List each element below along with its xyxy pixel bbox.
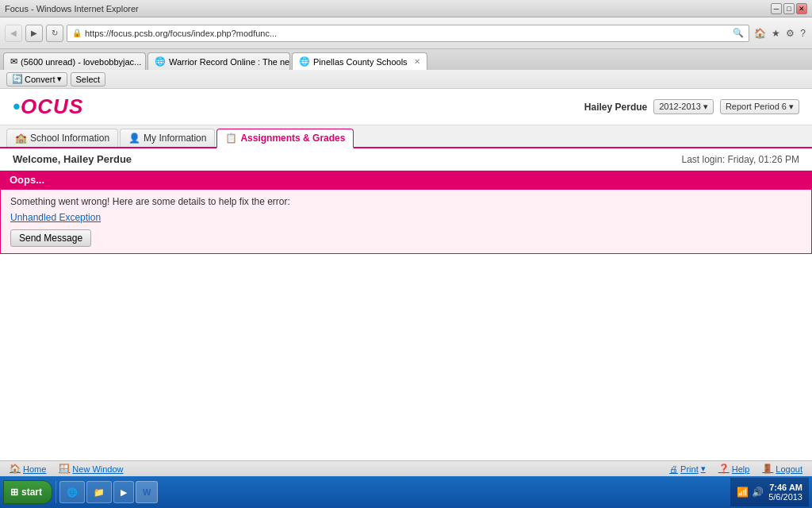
system-clock: 7:46 AM 5/6/2013	[768, 483, 802, 502]
app-content: •OCUS Hailey Perdue 2012-2013 ▾ Report P…	[0, 89, 812, 254]
school-icon: 🏫	[15, 133, 27, 144]
app-header: •OCUS Hailey Perdue 2012-2013 ▾ Report P…	[0, 89, 812, 125]
extension-bar: 🔄 Convert ▾ Select	[0, 70, 812, 89]
logout-link[interactable]: 🚪 Logout	[762, 464, 802, 474]
tab-my-information[interactable]: 👤 My Information	[120, 129, 215, 147]
status-left: 🏠 Home 🪟 New Window	[10, 464, 124, 474]
unhandled-exception-link[interactable]: Unhandled Exception	[10, 212, 802, 223]
home-link[interactable]: 🏠 Home	[10, 464, 46, 474]
browser-tab-mail[interactable]: ✉ (5600 unread) - lovebobbyjac... ✕	[3, 52, 146, 70]
print-link[interactable]: 🖨 Print ▾	[669, 464, 706, 474]
logo-dot: •	[13, 94, 21, 118]
report-period-dropdown[interactable]: Report Period 6 ▾	[720, 99, 799, 114]
help-link-icon: ❓	[718, 464, 730, 474]
browser-title: Focus - Windows Internet Explorer	[5, 4, 139, 13]
new-window-icon: 🪟	[59, 464, 70, 474]
status-bar: 🏠 Home 🪟 New Window 🖨 Print ▾ ❓ Help 🚪 L…	[0, 460, 812, 476]
new-window-link[interactable]: 🪟 New Window	[59, 464, 123, 474]
address-text: https://focus.pcsb.org/focus/index.php?m…	[85, 29, 730, 38]
forward-button[interactable]: ▶	[25, 25, 43, 42]
systray-icons: 📶 🔊	[737, 487, 764, 498]
taskbar-media[interactable]: ▶	[113, 481, 134, 503]
help-link[interactable]: ❓ Help	[718, 464, 750, 474]
convert-icon: 🔄	[12, 74, 23, 84]
window-controls: ─ □ ✕	[771, 3, 807, 14]
browser-tab-bar: ✉ (5600 unread) - lovebobbyjac... ✕ 🌐 Wa…	[0, 49, 812, 70]
tab-assignments-grades[interactable]: 📋 Assignments & Grades	[216, 129, 354, 148]
tab-icon: 🌐	[299, 56, 310, 67]
home-link-icon: 🏠	[10, 464, 21, 474]
taskbar-explorer[interactable]: 📁	[86, 481, 112, 503]
address-bar[interactable]: 🔒 https://focus.pcsb.org/focus/index.php…	[67, 25, 749, 42]
ie-icon: 🌐	[67, 487, 78, 498]
browser-titlebar: Focus - Windows Internet Explorer ─ □ ✕	[0, 0, 812, 17]
refresh-button[interactable]: ↻	[46, 25, 63, 42]
print-icon: 🖨	[669, 464, 678, 474]
error-container: Oops... Something went wrong! Here are s…	[0, 171, 812, 254]
tools-icon[interactable]: ⚙	[784, 26, 796, 40]
error-message: Something went wrong! Here are some deta…	[10, 196, 802, 207]
home-icon[interactable]: 🏠	[753, 26, 768, 40]
status-right: 🖨 Print ▾ ❓ Help 🚪 Logout	[669, 464, 802, 474]
error-body: Something went wrong! Here are some deta…	[0, 189, 812, 254]
windows-logo: ⊞	[10, 487, 18, 498]
back-button[interactable]: ◀	[5, 25, 22, 42]
network-icon: 📶	[737, 487, 749, 498]
minimize-button[interactable]: ─	[771, 3, 782, 14]
person-icon: 👤	[128, 133, 140, 144]
welcome-bar: Welcome, Hailey Perdue Last login: Frida…	[0, 148, 812, 171]
toolbar-icons: 🏠 ★ ⚙ ?	[753, 26, 807, 40]
folder-icon: 📁	[94, 487, 105, 498]
system-tray: 📶 🔊 7:46 AM 5/6/2013	[730, 478, 809, 506]
dropdown-arrow: ▾	[57, 74, 62, 84]
favorites-icon[interactable]: ★	[770, 26, 782, 40]
volume-icon: 🔊	[752, 487, 764, 498]
browser-tab-warrior[interactable]: 🌐 Warrior Record Online : The ne... ✕	[147, 52, 290, 70]
select-button[interactable]: Select	[71, 72, 106, 87]
maximize-button[interactable]: □	[783, 3, 795, 14]
year-dropdown[interactable]: 2012-2013 ▾	[653, 99, 714, 114]
tab-icon: 🌐	[155, 56, 166, 67]
report-dropdown-arrow: ▾	[789, 102, 794, 111]
header-right: Hailey Perdue 2012-2013 ▾ Report Period …	[584, 99, 799, 114]
taskbar-ie[interactable]: 🌐	[59, 481, 85, 503]
taskbar-separator	[56, 481, 56, 503]
error-header: Oops...	[0, 171, 812, 189]
word-icon: W	[143, 487, 151, 497]
browser-toolbar: ◀ ▶ ↻ 🔒 https://focus.pcsb.org/focus/ind…	[0, 17, 812, 49]
app-nav-tabs: 🏫 School Information 👤 My Information 📋 …	[0, 125, 812, 148]
last-login: Last login: Friday, 01:26 PM	[681, 154, 799, 165]
tab-close-icon[interactable]: ✕	[414, 57, 420, 66]
app-logo: •OCUS	[13, 94, 83, 119]
windows-taskbar: ⊞ start 🌐 📁 ▶ W 📶 🔊 7:46 AM 5/6/2013	[0, 476, 812, 508]
media-icon: ▶	[121, 487, 127, 498]
logout-icon: 🚪	[762, 464, 773, 474]
taskbar-word[interactable]: W	[136, 481, 158, 503]
start-button[interactable]: ⊞ start	[3, 480, 52, 504]
tab-school-information[interactable]: 🏫 School Information	[6, 129, 118, 147]
address-search-icon: 🔍	[733, 28, 744, 38]
close-button[interactable]: ✕	[796, 3, 807, 14]
welcome-message: Welcome, Hailey Perdue	[13, 153, 132, 165]
browser-tab-pinellas[interactable]: 🌐 Pinellas County Schools ✕	[292, 52, 427, 70]
year-dropdown-arrow: ▾	[703, 102, 708, 111]
send-message-button[interactable]: Send Message	[10, 229, 91, 247]
help-icon[interactable]: ?	[799, 26, 807, 40]
header-username: Hailey Perdue	[584, 102, 647, 113]
grades-icon: 📋	[225, 133, 237, 144]
tab-icon: ✉	[10, 56, 17, 67]
convert-button[interactable]: 🔄 Convert ▾	[6, 72, 67, 87]
print-dropdown: ▾	[701, 464, 706, 474]
focus-logo: •OCUS	[13, 94, 83, 119]
